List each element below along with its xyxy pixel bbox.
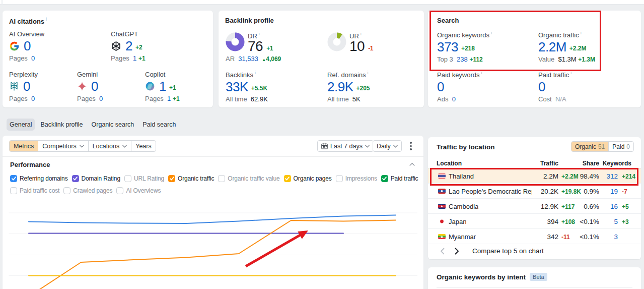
- column-traffic[interactable]: Traffic: [540, 160, 558, 167]
- traffic-by-location-card: Traffic by location Organic51 Paid0 Loca…: [428, 137, 641, 259]
- location-pagination: Compare top 5 on chart: [428, 245, 641, 259]
- keywords-delta: +214: [622, 173, 635, 180]
- column-location[interactable]: Location: [437, 160, 462, 167]
- stat-delta: +1: [169, 84, 176, 91]
- myanmar-flag-icon: [438, 234, 446, 239]
- stat-copilot: Copilot 1 +1 Pages 1 +1: [145, 71, 180, 102]
- pages-value-link[interactable]: 0: [99, 95, 103, 102]
- column-share[interactable]: Share: [583, 160, 599, 167]
- organic-intent-title: Organic keywords by intent Beta: [437, 273, 547, 281]
- search-title: Search: [437, 17, 459, 24]
- ar-value-link[interactable]: 31,533: [238, 55, 258, 63]
- traffic-by-location-title: Traffic by location: [437, 143, 495, 151]
- info-icon: i: [481, 70, 482, 75]
- gemini-icon: [77, 81, 87, 91]
- stat-delta: +2: [135, 44, 142, 51]
- pages-label: Pages: [77, 95, 96, 102]
- share-value: <0.1%: [580, 218, 599, 225]
- location-row-japan[interactable]: Japan 394 +108 <0.1% 5 +3: [428, 214, 641, 229]
- stat-perplexity: Perplexity 0 Pages 0: [9, 71, 38, 102]
- keywords-value-link[interactable]: 16: [610, 203, 618, 210]
- compare-top5-link[interactable]: Compare top 5 on chart: [472, 247, 544, 255]
- dr-value: 76+1: [248, 38, 273, 54]
- top3-delta: +112: [469, 56, 482, 63]
- japan-flag-icon: [438, 219, 446, 224]
- stat-value-link[interactable]: 0: [24, 38, 31, 54]
- pages-value-link[interactable]: 1: [133, 54, 136, 62]
- tab-backlink-profile[interactable]: Backlink profile: [37, 119, 86, 131]
- ads-value-link[interactable]: 0: [452, 95, 456, 103]
- stat-label: Organic traffici: [538, 30, 595, 39]
- stat-label: Gemini: [77, 71, 103, 78]
- keywords-value-link[interactable]: 19: [610, 188, 618, 195]
- stat-label: Copilot: [145, 71, 180, 78]
- backlink-profile-title: Backlink profile: [225, 17, 274, 24]
- organic-intent-card: Organic keywords by intent Beta: [428, 267, 641, 289]
- stat-delta: +5.5K: [251, 85, 267, 92]
- location-row-thailand[interactable]: Thailand 2.2M +2.2M 98.4% 312 +214: [428, 168, 641, 184]
- column-keywords[interactable]: Keywords: [603, 160, 631, 167]
- ar-delta: ▲4,069: [262, 55, 281, 63]
- top3-label: Top 3: [437, 55, 453, 63]
- share-value: 98.4%: [580, 172, 599, 180]
- stat-organic-keywords: Organic keywordsi 373 +218 Top 3 238 +11…: [437, 30, 492, 63]
- stat-value-link[interactable]: 2.9K: [327, 79, 353, 95]
- tab-organic-search[interactable]: Organic search: [89, 119, 137, 131]
- keywords-delta: -7: [622, 188, 627, 195]
- perplexity-icon: [9, 81, 19, 91]
- beta-badge: Beta: [530, 273, 547, 281]
- ur-donut: [327, 32, 346, 51]
- stat-value-link[interactable]: 1: [159, 79, 166, 94]
- alltime-label: All time: [327, 95, 349, 103]
- keywords-delta: +3: [622, 218, 629, 225]
- traffic-delta: +19.8K: [561, 188, 581, 195]
- location-row-myanmar[interactable]: Myanmar 342 -11 <0.1% 3: [428, 229, 641, 244]
- tab-paid-search[interactable]: Paid search: [139, 119, 179, 131]
- traffic-value: 12.9K: [541, 203, 558, 210]
- share-value: <0.1%: [580, 233, 599, 241]
- location-row-laos[interactable]: Lao People's Democratic Republic 20.2K +…: [428, 184, 641, 199]
- info-icon: i: [255, 70, 256, 75]
- cost-value: N/A: [555, 95, 566, 103]
- next-page-icon[interactable]: [455, 248, 459, 255]
- stat-value-link[interactable]: 0: [91, 79, 98, 94]
- pages-delta: +1: [138, 55, 146, 62]
- stat-delta: +2.2M: [569, 45, 587, 52]
- pages-value-link[interactable]: 1: [167, 95, 171, 102]
- tab-general[interactable]: General: [7, 119, 35, 131]
- stat-value-link[interactable]: 0: [538, 79, 545, 95]
- toggle-organic[interactable]: Organic51: [571, 142, 608, 151]
- pages-value-link[interactable]: 0: [31, 95, 35, 102]
- stat-value-link[interactable]: 33K: [226, 79, 248, 95]
- share-value: 0.9%: [584, 188, 599, 195]
- stat-label: Paid traffici: [538, 70, 571, 79]
- keywords-value-link[interactable]: 312: [606, 172, 618, 180]
- top3-value-link[interactable]: 238: [457, 55, 468, 63]
- location-row-cambodia[interactable]: Cambodia 12.9K +117 0.6% 16 +5: [428, 199, 641, 214]
- traffic-delta: +117: [561, 203, 575, 210]
- value-label: Value: [538, 55, 554, 63]
- info-icon: i: [368, 70, 369, 75]
- pages-label: Pages: [9, 95, 28, 102]
- stat-value-link[interactable]: 0: [23, 79, 30, 94]
- stat-organic-traffic: Organic traffici 2.2M +2.2M Value $1.3M …: [538, 30, 595, 63]
- copilot-icon: [145, 81, 155, 91]
- ads-label: Ads: [437, 95, 448, 103]
- stat-value-link[interactable]: 0: [437, 79, 444, 95]
- pages-label: Pages: [145, 95, 164, 102]
- location-table-header: Location Traffic Share Keywords: [428, 160, 641, 166]
- stat-value-link[interactable]: 373: [437, 39, 458, 55]
- pages-label: Pages: [111, 54, 129, 62]
- location-name: Thailand: [449, 172, 474, 180]
- pages-value-link[interactable]: 0: [31, 54, 35, 62]
- value-delta: +1.3M: [578, 56, 595, 63]
- stat-value-link[interactable]: 2: [125, 38, 132, 54]
- performance-chart: [3, 136, 423, 289]
- cambodia-flag-icon: [438, 204, 446, 209]
- toggle-paid[interactable]: Paid0: [608, 142, 633, 151]
- keywords-value-link[interactable]: 5: [614, 218, 618, 225]
- stat-value-link[interactable]: 2.2M: [538, 39, 566, 55]
- keywords-value-link[interactable]: 3: [614, 233, 618, 241]
- prev-page-icon[interactable]: [440, 248, 445, 255]
- dr-donut: [226, 32, 245, 51]
